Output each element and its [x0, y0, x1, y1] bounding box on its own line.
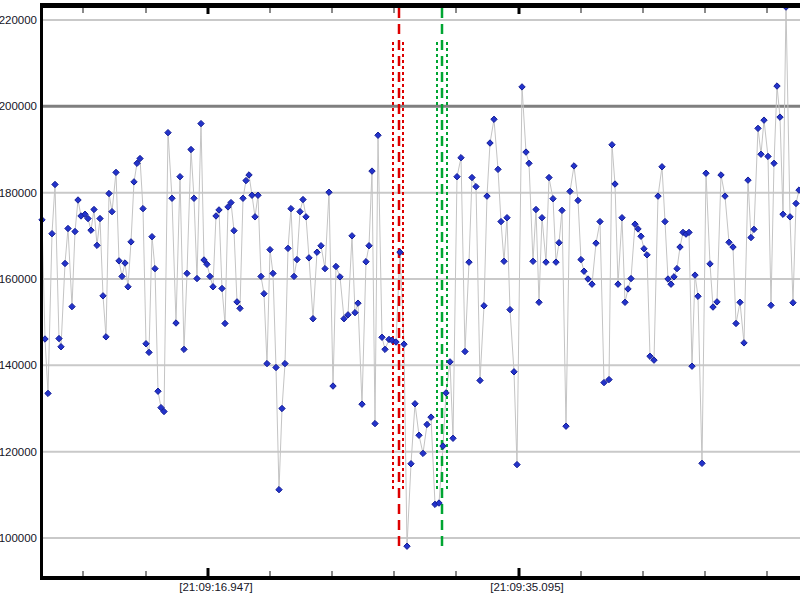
y-axis-label: 180000 [0, 187, 37, 199]
scatter-chart: [21:09:16.947][21:09:35.095]220000200000… [0, 0, 800, 600]
plot-border-bottom [40, 576, 800, 580]
y-axis-label: 160000 [0, 273, 37, 285]
x-axis-label: [21:09:16.947] [179, 581, 253, 593]
y-axis-label: 120000 [0, 446, 37, 458]
chart-window: [21:09:16.947][21:09:35.095]220000200000… [0, 0, 800, 600]
y-axis-label: 200000 [0, 100, 37, 112]
y-axis-label: 140000 [0, 359, 37, 371]
plot-border-left [40, 3, 43, 580]
y-axis-label: 100000 [0, 532, 37, 544]
y-axis-label: 220000 [0, 14, 37, 26]
plot-border-top [40, 3, 800, 8]
x-axis-label: [21:09:35.095] [490, 581, 564, 593]
